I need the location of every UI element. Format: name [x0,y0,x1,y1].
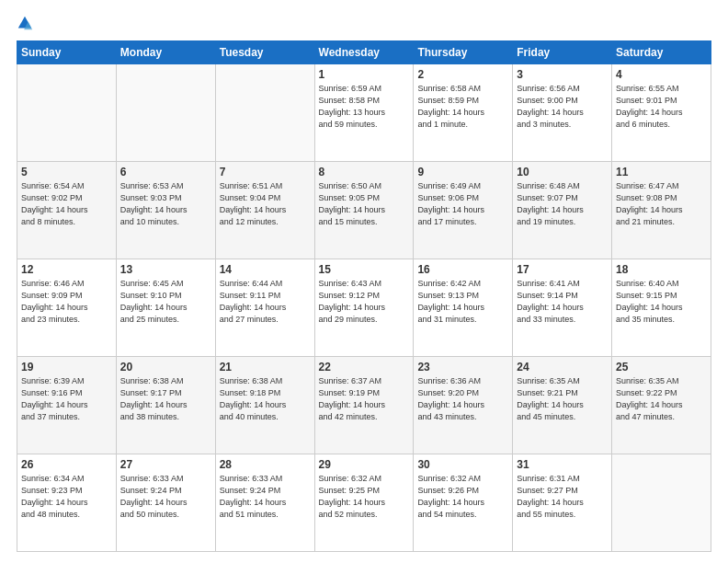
calendar-cell: 12Sunrise: 6:46 AMSunset: 9:09 PMDayligh… [17,259,117,357]
day-number: 7 [220,166,311,178]
day-number: 17 [517,263,608,276]
day-info: Sunrise: 6:34 AMSunset: 9:23 PMDaylight:… [21,473,112,521]
calendar-table: SundayMondayTuesdayWednesdayThursdayFrid… [17,40,711,552]
calendar-cell [215,64,314,162]
calendar-cell [116,64,215,162]
day-number: 26 [21,458,112,471]
calendar-week-row: 19Sunrise: 6:39 AMSunset: 9:16 PMDayligh… [17,357,711,454]
day-info: Sunrise: 6:54 AMSunset: 9:02 PMDaylight:… [21,180,112,228]
calendar-cell: 26Sunrise: 6:34 AMSunset: 9:23 PMDayligh… [17,454,117,552]
day-info: Sunrise: 6:35 AMSunset: 9:21 PMDaylight:… [517,375,608,423]
day-number: 2 [417,68,508,81]
day-info: Sunrise: 6:32 AMSunset: 9:25 PMDaylight:… [319,473,410,521]
day-info: Sunrise: 6:31 AMSunset: 9:27 PMDaylight:… [517,473,608,521]
day-info: Sunrise: 6:44 AMSunset: 9:11 PMDaylight:… [220,278,311,326]
day-number: 30 [417,458,508,471]
calendar-cell: 19Sunrise: 6:39 AMSunset: 9:16 PMDayligh… [17,357,117,454]
calendar-cell: 14Sunrise: 6:44 AMSunset: 9:11 PMDayligh… [215,259,314,357]
weekday-header: Monday [116,41,215,64]
calendar-cell: 31Sunrise: 6:31 AMSunset: 9:27 PMDayligh… [513,454,612,552]
calendar-cell: 6Sunrise: 6:53 AMSunset: 9:03 PMDaylight… [116,162,215,259]
calendar-cell: 30Sunrise: 6:32 AMSunset: 9:26 PMDayligh… [414,454,513,552]
day-number: 3 [517,68,608,81]
day-info: Sunrise: 6:33 AMSunset: 9:24 PMDaylight:… [120,473,211,521]
calendar-cell: 13Sunrise: 6:45 AMSunset: 9:10 PMDayligh… [116,259,215,357]
day-number: 29 [319,458,410,471]
calendar-cell: 3Sunrise: 6:56 AMSunset: 9:00 PMDaylight… [513,64,612,162]
day-info: Sunrise: 6:33 AMSunset: 9:24 PMDaylight:… [220,473,311,521]
calendar-cell: 2Sunrise: 6:58 AMSunset: 8:59 PMDaylight… [414,64,513,162]
calendar-cell: 10Sunrise: 6:48 AMSunset: 9:07 PMDayligh… [513,162,612,259]
calendar-cell: 18Sunrise: 6:40 AMSunset: 9:15 PMDayligh… [612,259,711,357]
day-number: 9 [417,166,508,178]
logo-icon [17,15,33,31]
day-info: Sunrise: 6:32 AMSunset: 9:26 PMDaylight:… [417,473,508,521]
calendar-cell: 29Sunrise: 6:32 AMSunset: 9:25 PMDayligh… [314,454,414,552]
day-info: Sunrise: 6:43 AMSunset: 9:12 PMDaylight:… [319,278,410,326]
day-info: Sunrise: 6:50 AMSunset: 9:05 PMDaylight:… [319,180,410,228]
day-info: Sunrise: 6:56 AMSunset: 9:00 PMDaylight:… [517,83,608,131]
weekday-header: Wednesday [314,41,414,64]
day-info: Sunrise: 6:36 AMSunset: 9:20 PMDaylight:… [417,375,508,423]
day-info: Sunrise: 6:47 AMSunset: 9:08 PMDaylight:… [616,180,707,228]
day-number: 24 [517,361,608,373]
day-number: 27 [120,458,211,471]
calendar-cell: 23Sunrise: 6:36 AMSunset: 9:20 PMDayligh… [414,357,513,454]
calendar-week-row: 12Sunrise: 6:46 AMSunset: 9:09 PMDayligh… [17,259,711,357]
day-number: 16 [417,263,508,276]
day-number: 15 [319,263,410,276]
day-info: Sunrise: 6:46 AMSunset: 9:09 PMDaylight:… [21,278,112,326]
day-number: 20 [120,361,211,373]
calendar-cell [612,454,711,552]
day-number: 12 [21,263,112,276]
day-number: 31 [517,458,608,471]
calendar-cell: 28Sunrise: 6:33 AMSunset: 9:24 PMDayligh… [215,454,314,552]
day-info: Sunrise: 6:39 AMSunset: 9:16 PMDaylight:… [21,375,112,423]
day-number: 18 [616,263,707,276]
day-number: 11 [616,166,707,178]
header [17,15,711,31]
calendar-cell: 21Sunrise: 6:38 AMSunset: 9:18 PMDayligh… [215,357,314,454]
calendar-week-row: 1Sunrise: 6:59 AMSunset: 8:58 PMDaylight… [17,64,711,162]
calendar-cell: 17Sunrise: 6:41 AMSunset: 9:14 PMDayligh… [513,259,612,357]
calendar-week-row: 5Sunrise: 6:54 AMSunset: 9:02 PMDaylight… [17,162,711,259]
day-number: 10 [517,166,608,178]
day-info: Sunrise: 6:38 AMSunset: 9:17 PMDaylight:… [120,375,211,423]
day-number: 21 [220,361,311,373]
calendar-cell: 1Sunrise: 6:59 AMSunset: 8:58 PMDaylight… [314,64,414,162]
day-info: Sunrise: 6:59 AMSunset: 8:58 PMDaylight:… [319,83,410,131]
day-info: Sunrise: 6:45 AMSunset: 9:10 PMDaylight:… [120,278,211,326]
day-number: 5 [21,166,112,178]
day-number: 28 [220,458,311,471]
calendar-cell: 8Sunrise: 6:50 AMSunset: 9:05 PMDaylight… [314,162,414,259]
logo [17,15,37,31]
day-number: 1 [319,68,410,81]
day-info: Sunrise: 6:42 AMSunset: 9:13 PMDaylight:… [417,278,508,326]
day-info: Sunrise: 6:41 AMSunset: 9:14 PMDaylight:… [517,278,608,326]
day-info: Sunrise: 6:49 AMSunset: 9:06 PMDaylight:… [417,180,508,228]
calendar-week-row: 26Sunrise: 6:34 AMSunset: 9:23 PMDayligh… [17,454,711,552]
calendar-cell: 25Sunrise: 6:35 AMSunset: 9:22 PMDayligh… [612,357,711,454]
day-info: Sunrise: 6:48 AMSunset: 9:07 PMDaylight:… [517,180,608,228]
day-info: Sunrise: 6:38 AMSunset: 9:18 PMDaylight:… [220,375,311,423]
weekday-header: Tuesday [215,41,314,64]
day-number: 14 [220,263,311,276]
calendar-cell: 27Sunrise: 6:33 AMSunset: 9:24 PMDayligh… [116,454,215,552]
page: SundayMondayTuesdayWednesdayThursdayFrid… [0,0,728,563]
day-info: Sunrise: 6:51 AMSunset: 9:04 PMDaylight:… [220,180,311,228]
day-info: Sunrise: 6:55 AMSunset: 9:01 PMDaylight:… [616,83,707,131]
calendar-cell: 9Sunrise: 6:49 AMSunset: 9:06 PMDaylight… [414,162,513,259]
day-number: 22 [319,361,410,373]
day-info: Sunrise: 6:35 AMSunset: 9:22 PMDaylight:… [616,375,707,423]
day-number: 25 [616,361,707,373]
day-number: 8 [319,166,410,178]
day-number: 19 [21,361,112,373]
calendar-header-row: SundayMondayTuesdayWednesdayThursdayFrid… [17,41,711,64]
calendar-cell: 11Sunrise: 6:47 AMSunset: 9:08 PMDayligh… [612,162,711,259]
day-number: 4 [616,68,707,81]
weekday-header: Thursday [414,41,513,64]
weekday-header: Friday [513,41,612,64]
calendar-cell: 4Sunrise: 6:55 AMSunset: 9:01 PMDaylight… [612,64,711,162]
day-number: 6 [120,166,211,178]
calendar-cell: 20Sunrise: 6:38 AMSunset: 9:17 PMDayligh… [116,357,215,454]
